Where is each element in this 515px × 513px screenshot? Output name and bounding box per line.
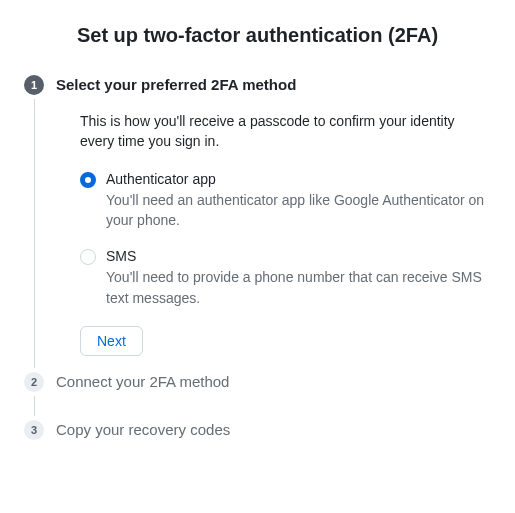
radio-description-authenticator: You'll need an authenticator app like Go… <box>106 190 491 231</box>
steps-container: 1 Select your preferred 2FA method This … <box>24 75 491 456</box>
page-title: Set up two-factor authentication (2FA) <box>24 24 491 47</box>
radio-option-sms[interactable]: SMS You'll need to provide a phone numbe… <box>80 247 491 308</box>
step-connector <box>34 99 35 368</box>
radio-label-authenticator: Authenticator app <box>106 170 491 190</box>
step-title-2: Connect your 2FA method <box>56 372 491 392</box>
step-connector <box>34 396 35 416</box>
radio-label-sms: SMS <box>106 247 491 267</box>
step-badge-1: 1 <box>24 75 44 95</box>
radio-option-authenticator[interactable]: Authenticator app You'll need an authent… <box>80 170 491 231</box>
radio-group-2fa-method: Authenticator app You'll need an authent… <box>80 170 491 308</box>
step-title-1: Select your preferred 2FA method <box>56 75 491 95</box>
step-badge-3: 3 <box>24 420 44 440</box>
radio-input-sms[interactable] <box>80 249 96 265</box>
next-button[interactable]: Next <box>80 326 143 356</box>
step-description: This is how you'll receive a passcode to… <box>80 111 491 152</box>
step-badge-2: 2 <box>24 372 44 392</box>
radio-input-authenticator[interactable] <box>80 172 96 188</box>
step-title-3: Copy your recovery codes <box>56 420 491 440</box>
radio-description-sms: You'll need to provide a phone number th… <box>106 267 491 308</box>
